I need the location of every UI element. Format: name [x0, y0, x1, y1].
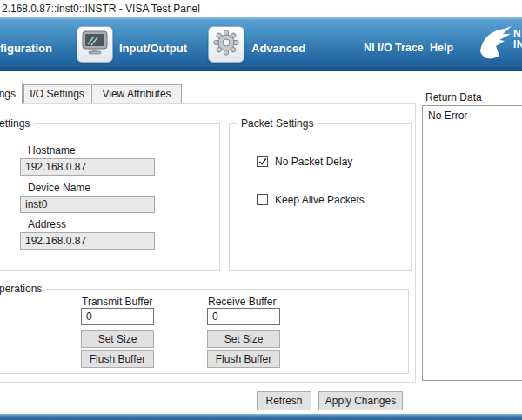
transmit-buffer-label: Transmit Buffer [82, 296, 152, 308]
refresh-button[interactable]: Refresh [257, 391, 311, 410]
return-data-label: Return Data [425, 91, 482, 103]
toolbar: figuration Input/Output [0, 17, 522, 71]
monitor-icon [82, 30, 108, 59]
tcpip-settings-group-title: ettings [0, 117, 34, 130]
device-name-label: Device Name [28, 182, 90, 194]
address-label: Address [28, 218, 66, 230]
title-bar: 2.168.0.87::inst0::INSTR - VISA Test Pan… [0, 0, 522, 17]
keep-alive-packets-checkbox[interactable] [257, 194, 268, 205]
keep-alive-packets-label[interactable]: Keep Alive Packets [275, 194, 365, 206]
receive-flush-buffer-button[interactable]: Flush Buffer [207, 350, 280, 368]
check-icon [258, 157, 267, 166]
receive-buffer-input[interactable] [207, 308, 280, 325]
packet-settings-group-title: Packet Settings [237, 117, 318, 130]
transmit-set-size-button[interactable]: Set Size [81, 330, 154, 348]
no-packet-delay-checkbox[interactable] [257, 156, 268, 167]
toolbar-item-input-output[interactable]: Input/Output [119, 42, 187, 55]
toolbar-item-help[interactable]: Help [430, 42, 453, 54]
receive-buffer-label: Receive Buffer [208, 296, 277, 308]
buffer-operations-group-title: perations [0, 283, 46, 295]
input-output-icon-button[interactable] [77, 26, 113, 63]
device-name-field[interactable] [20, 196, 155, 213]
toolbar-item-configuration[interactable]: figuration [0, 42, 52, 55]
transmit-buffer-input[interactable] [81, 308, 154, 325]
return-data-content: No Error [428, 110, 467, 122]
return-data-box: No Error [422, 105, 522, 381]
tab-tcpip-settings[interactable]: ngs [0, 83, 23, 104]
tab-view-attributes[interactable]: View Attributes [91, 84, 182, 103]
window-title: 2.168.0.87::inst0::INSTR - VISA Test Pan… [2, 3, 200, 15]
transmit-flush-buffer-button[interactable]: Flush Buffer [81, 350, 154, 368]
ni-logo-text: NA INS [513, 29, 522, 50]
hostname-field[interactable] [20, 158, 155, 176]
buffer-operations-group: perations [0, 289, 409, 374]
toolbar-item-io-trace[interactable]: NI I/O Trace [364, 42, 424, 54]
visa-test-panel-window: 2.168.0.87::inst0::INSTR - VISA Test Pan… [0, 0, 522, 420]
receive-set-size-button[interactable]: Set Size [207, 330, 280, 348]
hostname-label: Hostname [28, 144, 76, 157]
gear-icon [212, 29, 240, 60]
toolbar-item-advanced[interactable]: Advanced [251, 42, 305, 55]
no-packet-delay-label[interactable]: No Packet Delay [275, 156, 352, 168]
ni-logo-line2: INS [513, 38, 522, 50]
advanced-icon-button[interactable] [208, 26, 244, 63]
window-bottom-edge [0, 414, 522, 420]
address-field[interactable] [20, 232, 155, 250]
tab-io-settings[interactable]: I/O Settings [23, 84, 90, 103]
apply-changes-button[interactable]: Apply Changes [318, 391, 403, 410]
